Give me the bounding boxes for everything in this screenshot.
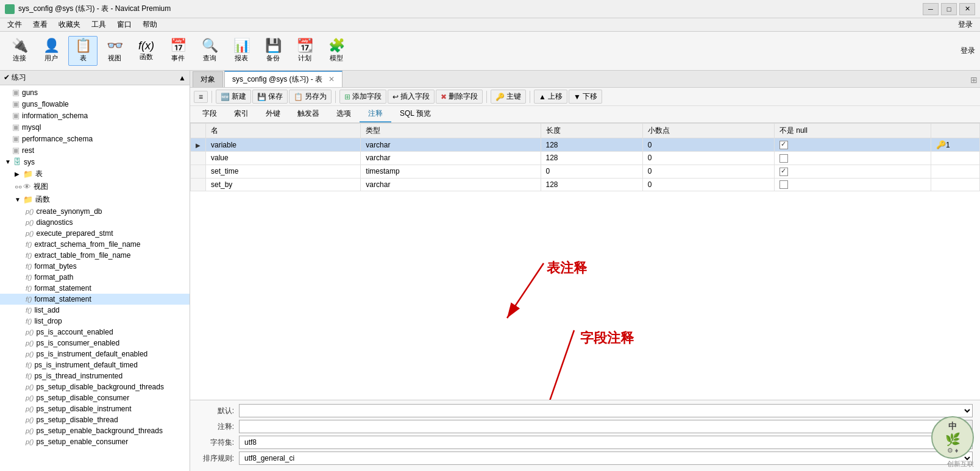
sidebar-item-guns-flowable[interactable]: ▣ guns_flowable <box>0 98 190 110</box>
field-decimal-3[interactable]: 0 <box>642 165 774 178</box>
primarykey-btn[interactable]: 🔑 主键 <box>491 90 526 104</box>
sidebar-item-information-schema[interactable]: ▣ information_schema <box>0 110 190 121</box>
sidebar-item-ps-consumer[interactable]: p() ps_is_consumer_enabled <box>0 338 190 349</box>
sidebar-item-rest[interactable]: ▣ rest <box>0 144 190 156</box>
field-type-3[interactable]: timestamp <box>361 165 541 178</box>
sidebar-item-sys-func[interactable]: ▼ 📁 函数 <box>0 193 190 206</box>
field-decimal-2[interactable]: 0 <box>642 152 774 165</box>
charset-select[interactable]: utf8 <box>239 436 973 449</box>
menu-tools[interactable]: 工具 <box>87 18 111 31</box>
field-length-3[interactable]: 0 <box>541 165 642 178</box>
sidebar-item-mysql[interactable]: ▣ mysql <box>0 121 190 133</box>
field-notnull-1[interactable] <box>774 138 931 152</box>
field-length-1[interactable]: 128 <box>541 138 642 152</box>
sidebar-item-ps-thread[interactable]: f() ps_is_thread_instrumented <box>0 370 190 381</box>
default-select[interactable] <box>239 404 973 417</box>
toolbar-report[interactable]: 📊 报表 <box>227 36 256 66</box>
sidebar-item-create-synonym-db[interactable]: p() create_synonym_db <box>0 206 190 217</box>
toolbar-user[interactable]: 👤 用户 <box>37 36 66 66</box>
sidebar-item-sys[interactable]: ▼ 🗄 sys <box>0 156 190 168</box>
field-notnull-2[interactable] <box>774 152 931 165</box>
tab-object[interactable]: 对象 <box>193 71 223 87</box>
sidebar-item-sys-table[interactable]: ▶ 📁 表 <box>0 168 190 180</box>
sidebar-item-ps-instrument-enabled[interactable]: p() ps_is_instrument_default_enabled <box>0 349 190 359</box>
field-decimal-1[interactable]: 0 <box>642 138 774 152</box>
sidebar-item-extract-schema[interactable]: f() extract_schema_from_file_name <box>0 239 190 250</box>
field-name-1[interactable]: variable <box>206 138 361 152</box>
sidebar-item-format-bytes[interactable]: f() format_bytes <box>0 261 190 272</box>
toolbar-model[interactable]: 🧩 模型 <box>322 36 351 66</box>
toolbar-login[interactable]: 登录 <box>960 46 975 56</box>
sidebar-item-format-path[interactable]: f() format_path <box>0 272 190 283</box>
sidebar-item-performance-schema[interactable]: ▣ performance_schema <box>0 133 190 144</box>
sub-tab-foreignkey[interactable]: 外键 <box>257 106 289 122</box>
toolbar-connect[interactable]: 🔌 连接 <box>5 36 34 66</box>
sub-tab-options[interactable]: 选项 <box>328 106 360 122</box>
sidebar-item-ps-account[interactable]: p() ps_is_account_enabled <box>0 327 190 338</box>
sidebar-item-ps-setup-consumer[interactable]: p() ps_setup_disable_consumer <box>0 392 190 403</box>
toolbar-view[interactable]: 👓 视图 <box>100 36 129 66</box>
tab-sysconfigs[interactable]: sys_config @sys (练习) - 表 ✕ <box>224 71 343 87</box>
notnull-cb-2[interactable] <box>779 154 788 163</box>
sidebar-item-ps-setup-bg[interactable]: p() ps_setup_disable_background_threads <box>0 381 190 392</box>
toolbar-plan[interactable]: 📆 计划 <box>290 36 319 66</box>
sidebar-item-format-statement[interactable]: f() format_statement <box>0 283 190 294</box>
toolbar-event[interactable]: 📅 事件 <box>163 36 193 66</box>
field-name-3[interactable]: set_time <box>206 165 361 178</box>
notnull-cb-3[interactable] <box>779 168 788 176</box>
toolbar-query[interactable]: 🔍 查询 <box>195 36 224 66</box>
save-btn[interactable]: 💾 保存 <box>252 90 288 104</box>
sub-tab-field[interactable]: 字段 <box>194 106 225 122</box>
sidebar-item-ps-setup-thread[interactable]: p() ps_setup_disable_thread <box>0 414 190 425</box>
saveas-btn[interactable]: 📋 另存为 <box>289 90 332 104</box>
field-notnull-3[interactable] <box>774 165 931 178</box>
sidebar-item-execute-prepared-stmt[interactable]: p() execute_prepared_stmt <box>0 228 190 239</box>
sidebar-item-list-add[interactable]: f() list_add <box>0 305 190 316</box>
collation-select[interactable]: utf8_general_ci <box>239 452 973 465</box>
insertfield-btn[interactable]: ↩ 插入字段 <box>388 90 435 104</box>
field-type-4[interactable]: varchar <box>361 178 541 191</box>
sub-tab-trigger[interactable]: 触发器 <box>289 106 328 122</box>
field-type-1[interactable]: varchar <box>361 138 541 152</box>
field-length-4[interactable]: 128 <box>541 178 642 191</box>
field-name-4[interactable]: set_by <box>206 178 361 191</box>
addfield-btn[interactable]: ⊞ 添加字段 <box>339 90 386 104</box>
menu-file[interactable]: 文件 <box>2 18 27 31</box>
notnull-cb-4[interactable] <box>779 180 788 189</box>
deletefield-btn[interactable]: ✖ 删除字段 <box>436 90 483 104</box>
field-length-2[interactable]: 128 <box>541 152 642 165</box>
maximize-button[interactable]: □ <box>941 3 957 15</box>
comment-input[interactable] <box>239 420 953 433</box>
sidebar-item-sys-view[interactable]: ○○ 👁 视图 <box>0 180 190 193</box>
sidebar-item-ps-enable-bg[interactable]: p() ps_setup_enable_background_threads <box>0 425 190 436</box>
sidebar-collapse-btn[interactable]: ▲ <box>179 74 186 82</box>
menu-favorites[interactable]: 收藏夹 <box>54 18 85 31</box>
new-btn[interactable]: 🆕 新建 <box>216 90 251 104</box>
tab-close-icon[interactable]: ✕ <box>328 75 335 83</box>
sidebar-item-guns[interactable]: ▣ guns <box>0 87 190 98</box>
sub-tab-sql-preview[interactable]: SQL 预览 <box>391 106 439 122</box>
login-button[interactable]: 登录 <box>958 19 978 30</box>
menu-view[interactable]: 查看 <box>28 18 52 31</box>
sidebar-item-ps-enable-consumer[interactable]: p() ps_setup_enable_consumer <box>0 436 190 447</box>
table-row[interactable]: ▶ variable varchar 128 0 🔑1 <box>191 138 980 152</box>
table-row[interactable]: set_time timestamp 0 0 <box>191 165 980 178</box>
sub-tab-index[interactable]: 索引 <box>225 106 257 122</box>
toolbar-func[interactable]: f(x) 函数 <box>132 37 161 65</box>
sidebar-item-extract-table[interactable]: f() extract_table_from_file_name <box>0 250 190 261</box>
sub-tab-comment[interactable]: 注释 <box>360 106 391 122</box>
menu-btn[interactable]: ≡ <box>194 91 208 103</box>
field-decimal-4[interactable]: 0 <box>642 178 774 191</box>
minimize-button[interactable]: ─ <box>923 3 939 15</box>
menu-help[interactable]: 帮助 <box>138 18 162 31</box>
table-row[interactable]: value varchar 128 0 <box>191 152 980 165</box>
sidebar-item-ps-instrument-timed[interactable]: f() ps_is_instrument_default_timed <box>0 359 190 370</box>
toolbar-table[interactable]: 📋 表 <box>68 36 98 66</box>
moveup-btn[interactable]: ▲ 上移 <box>534 90 567 104</box>
movedown-btn[interactable]: ▼ 下移 <box>569 90 602 104</box>
sidebar-item-diagnostics[interactable]: p() diagnostics <box>0 217 190 228</box>
sidebar-item-list-drop[interactable]: f() list_drop <box>0 316 190 327</box>
window-controls[interactable]: ─ □ ✕ <box>923 3 975 15</box>
toolbar-backup[interactable]: 💾 备份 <box>258 36 288 66</box>
sidebar-item-format-time[interactable]: f() format_statement <box>0 294 190 305</box>
